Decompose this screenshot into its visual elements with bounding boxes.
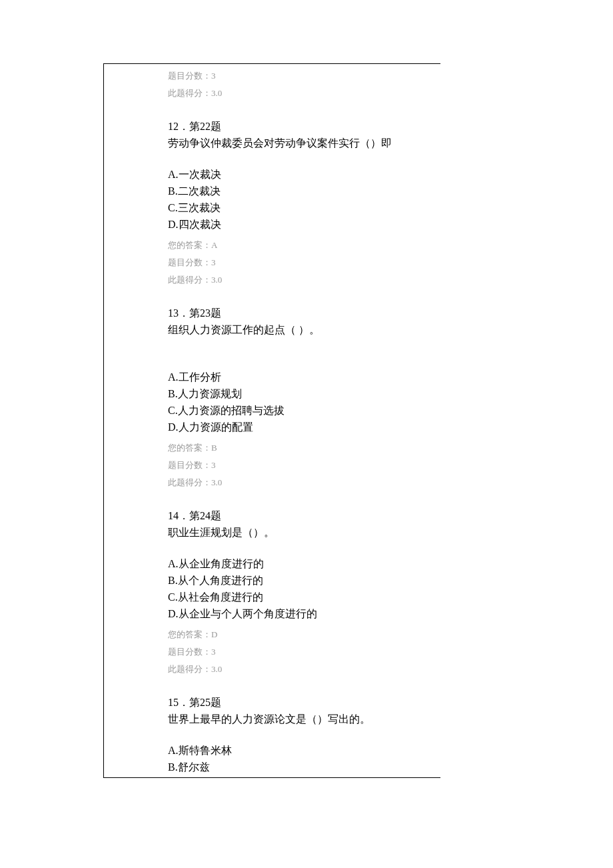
prompt-options-gap xyxy=(168,541,434,555)
gained-label-text: 此题得分： xyxy=(168,88,211,98)
question-option: A.从企业角度进行的 xyxy=(168,555,434,572)
prompt-options-gap xyxy=(168,151,434,166)
score-line: 题目分数：3 xyxy=(168,457,434,474)
leading-score-label: 题目分数：3 xyxy=(168,67,434,85)
questions-container: 12．第22题劳动争议仲裁委员会对劳动争议案件实行（）即A.一次裁决B.二次裁决… xyxy=(168,118,434,775)
leading-gained-label: 此题得分：3.0 xyxy=(168,85,434,102)
answer-line: 您的答案：D xyxy=(168,626,434,643)
question-prompt: 劳动争议仲裁委员会对劳动争议案件实行（）即 xyxy=(168,135,434,151)
question-option: D.四次裁决 xyxy=(168,216,434,233)
question-number: 14．第24题 xyxy=(168,507,434,524)
question-number: 12．第22题 xyxy=(168,118,434,135)
question-block: 12．第22题劳动争议仲裁委员会对劳动争议案件实行（）即A.一次裁决B.二次裁决… xyxy=(168,118,434,289)
leading-gained-value: 3.0 xyxy=(211,88,222,98)
question-option: C.三次裁决 xyxy=(168,199,434,216)
question-option: D.人力资源的配置 xyxy=(168,419,434,435)
content-inner: 题目分数：3 此题得分：3.0 12．第22题劳动争议仲裁委员会对劳动争议案件实… xyxy=(104,67,440,775)
question-prompt: 世界上最早的人力资源论文是（）写出的。 xyxy=(168,711,434,727)
question-block: 15．第25题世界上最早的人力资源论文是（）写出的。A.斯特鲁米林B.舒尔兹 xyxy=(168,694,434,775)
gained-line: 此题得分：3.0 xyxy=(168,661,434,678)
question-prompt: 组织人力资源工作的起点（ ）。 xyxy=(168,321,434,338)
question-option: C.从社会角度进行的 xyxy=(168,589,434,605)
question-option: A.工作分析 xyxy=(168,369,434,385)
question-option: C.人力资源的招聘与选拔 xyxy=(168,402,434,419)
gained-line: 此题得分：3.0 xyxy=(168,271,434,289)
question-number: 13．第23题 xyxy=(168,305,434,321)
page: 题目分数：3 此题得分：3.0 12．第22题劳动争议仲裁委员会对劳动争议案件实… xyxy=(0,0,613,868)
gained-line: 此题得分：3.0 xyxy=(168,474,434,491)
score-line: 题目分数：3 xyxy=(168,643,434,661)
score-line: 题目分数：3 xyxy=(168,254,434,271)
question-option: D.从企业与个人两个角度进行的 xyxy=(168,605,434,622)
question-block: 14．第24题职业生涯规划是（）。A.从企业角度进行的B.从个人角度进行的C.从… xyxy=(168,507,434,678)
prompt-options-gap xyxy=(168,727,434,742)
question-option: B.舒尔兹 xyxy=(168,759,434,775)
question-block: 13．第23题组织人力资源工作的起点（ ）。A.工作分析B.人力资源规划C.人力… xyxy=(168,305,434,491)
question-option: B.二次裁决 xyxy=(168,183,434,199)
score-label-text: 题目分数： xyxy=(168,71,211,81)
content-frame: 题目分数：3 此题得分：3.0 12．第22题劳动争议仲裁委员会对劳动争议案件实… xyxy=(103,63,440,778)
question-option: A.一次裁决 xyxy=(168,166,434,183)
question-option: A.斯特鲁米林 xyxy=(168,742,434,759)
question-option: B.人力资源规划 xyxy=(168,385,434,402)
answer-line: 您的答案：A xyxy=(168,237,434,254)
answer-line: 您的答案：B xyxy=(168,439,434,457)
prompt-options-gap xyxy=(168,338,434,369)
question-prompt: 职业生涯规划是（）。 xyxy=(168,524,434,541)
question-number: 15．第25题 xyxy=(168,694,434,711)
leading-score-value: 3 xyxy=(211,71,216,81)
question-option: B.从个人角度进行的 xyxy=(168,572,434,589)
